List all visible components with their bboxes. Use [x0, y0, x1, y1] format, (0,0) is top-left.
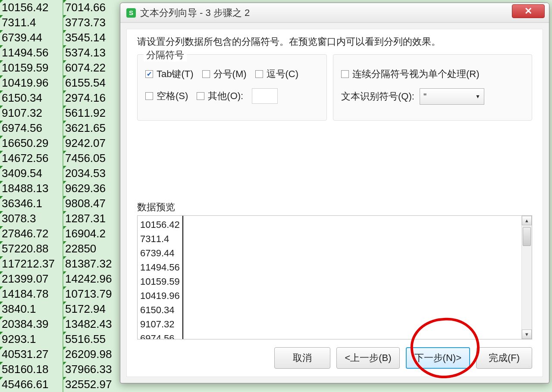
sheet-cell[interactable]: 14242.96	[63, 271, 125, 286]
sheet-cell[interactable]: 1287.31	[63, 211, 125, 226]
sheet-cell[interactable]: 6155.54	[63, 75, 125, 90]
preview-row: 10419.96	[140, 289, 180, 303]
sheet-cell[interactable]: 58160.18	[0, 362, 63, 377]
back-button[interactable]: <上一步(B)	[336, 347, 399, 369]
dialog-body: 请设置分列数据所包含的分隔符号。在预览窗口内可以看到分列的效果。 分隔符号 ✔ …	[126, 29, 543, 377]
sheet-cell[interactable]: 18488.13	[0, 181, 63, 196]
scroll-thumb[interactable]	[523, 227, 531, 246]
sheet-cell[interactable]: 117212.37	[0, 256, 63, 271]
sheet-cell[interactable]: 9808.47	[63, 196, 125, 211]
finish-button[interactable]: 完成(F)	[476, 347, 532, 369]
preview-row: 6739.44	[140, 246, 180, 260]
sheet-cell[interactable]: 7014.66	[63, 0, 125, 15]
sheet-cell[interactable]: 5516.55	[63, 332, 125, 347]
sheet-cell[interactable]: 10713.79	[63, 286, 125, 302]
cancel-button[interactable]: 取消	[274, 347, 330, 369]
text-to-columns-dialog: S 文本分列向导 - 3 步骤之 2 ✕ 请设置分列数据所包含的分隔符号。在预览…	[120, 3, 549, 383]
sheet-cell[interactable]: 20384.39	[0, 317, 63, 332]
sheet-cell[interactable]: 3621.65	[63, 121, 125, 136]
sheet-cell[interactable]: 45466.61	[0, 377, 63, 392]
sheet-cell[interactable]: 9629.36	[63, 181, 125, 196]
sheet-cell[interactable]: 6074.22	[63, 60, 125, 75]
scroll-up-icon[interactable]: ▲	[522, 216, 532, 225]
sheet-cell[interactable]: 26209.98	[63, 347, 125, 362]
close-button[interactable]: ✕	[512, 4, 545, 18]
preview-row: 10159.59	[140, 274, 180, 289]
sheet-cell[interactable]: 10419.96	[0, 75, 63, 90]
checkbox-box	[197, 92, 204, 100]
sheet-cell[interactable]: 22850	[63, 241, 125, 256]
sheet-cell[interactable]: 3078.3	[0, 211, 63, 226]
preview-section: 数据预览 10156.427311.46739.4411494.5610159.…	[137, 201, 532, 339]
sheet-cell[interactable]: 6739.44	[0, 30, 63, 45]
sheet-cell[interactable]: 3773.73	[63, 15, 125, 30]
sheet-cell[interactable]: 21399.07	[0, 271, 63, 286]
sheet-cell[interactable]: 10159.59	[0, 60, 63, 75]
sheet-cell[interactable]: 81387.32	[63, 256, 125, 271]
preview-row: 11494.56	[140, 260, 180, 274]
checkbox-space[interactable]: 空格(S)	[145, 90, 188, 103]
sheet-cell[interactable]: 10156.42	[0, 0, 63, 15]
next-button[interactable]: 下一步(N)>	[406, 347, 470, 369]
preview-column: 10156.427311.46739.4411494.5610159.59104…	[138, 216, 183, 339]
sheet-cell[interactable]: 5374.13	[63, 45, 125, 60]
checkbox-semicolon[interactable]: 分号(M)	[202, 68, 247, 81]
sheet-cell[interactable]: 2974.16	[63, 90, 125, 106]
app-icon: S	[126, 8, 136, 18]
close-icon: ✕	[524, 6, 532, 17]
sheet-cell[interactable]: 11494.56	[0, 45, 63, 60]
sheet-cell[interactable]: 40531.27	[0, 347, 63, 362]
checkbox-box	[255, 70, 263, 78]
sheet-cell[interactable]: 32552.97	[63, 377, 125, 392]
checkbox-box	[145, 92, 153, 100]
checkbox-label: 逗号(C)	[267, 68, 299, 81]
sheet-cell[interactable]: 13482.43	[63, 317, 125, 332]
sheet-cell[interactable]: 7311.4	[0, 15, 63, 30]
titlebar: S 文本分列向导 - 3 步骤之 2 ✕	[120, 3, 549, 23]
sheet-cell[interactable]: 14672.56	[0, 151, 63, 166]
checkbox-label: Tab键(T)	[157, 68, 194, 81]
sheet-cell[interactable]: 9293.1	[0, 332, 63, 347]
chevron-down-icon: ▼	[475, 93, 480, 100]
checkbox-other[interactable]: 其他(O):	[197, 90, 243, 103]
preview-row: 9107.32	[140, 317, 180, 331]
sheet-cell[interactable]: 36346.1	[0, 196, 63, 211]
text-qualifier-combo[interactable]: " ▼	[420, 88, 484, 105]
qualifier-group: 连续分隔符号视为单个处理(R) 文本识别符号(Q): " ▼	[333, 54, 532, 121]
checkbox-tab[interactable]: ✔ Tab键(T)	[145, 68, 194, 81]
sheet-cell[interactable]: 16650.29	[0, 136, 63, 151]
checkbox-label: 空格(S)	[157, 90, 188, 103]
sheet-cell[interactable]: 3409.54	[0, 166, 63, 181]
sheet-cell[interactable]: 2034.53	[63, 166, 125, 181]
other-delimiter-input[interactable]	[252, 88, 278, 104]
sheet-cell[interactable]: 9107.32	[0, 106, 63, 121]
sheet-cell[interactable]: 6974.56	[0, 121, 63, 136]
sheet-cell[interactable]: 3840.1	[0, 302, 63, 317]
text-qualifier-label: 文本识别符号(Q):	[341, 90, 414, 103]
sheet-cell[interactable]: 14184.78	[0, 286, 63, 302]
sheet-cell[interactable]: 37966.33	[63, 362, 125, 377]
sheet-cell[interactable]: 3545.14	[63, 30, 125, 45]
preview-row: 7311.4	[140, 232, 180, 246]
delimiter-group-title: 分隔符号	[144, 49, 187, 62]
checkbox-treat-consecutive[interactable]: 连续分隔符号视为单个处理(R)	[341, 68, 480, 81]
sheet-cell[interactable]: 5611.92	[63, 106, 125, 121]
sheet-cell[interactable]: 57220.88	[0, 241, 63, 256]
checkbox-comma[interactable]: 逗号(C)	[255, 68, 299, 81]
preview-scrollbar[interactable]: ▲ ▼	[521, 216, 532, 339]
dialog-title: 文本分列向导 - 3 步骤之 2	[140, 6, 512, 19]
options-row: 分隔符号 ✔ Tab键(T) 分号(M) 逗号(C)	[137, 54, 532, 121]
scroll-down-icon[interactable]: ▼	[522, 330, 532, 339]
checkbox-label: 连续分隔符号视为单个处理(R)	[352, 68, 480, 81]
sheet-cell[interactable]: 9242.07	[63, 136, 125, 151]
sheet-cell[interactable]: 7456.05	[63, 151, 125, 166]
sheet-cell[interactable]: 27846.72	[0, 226, 63, 241]
sheet-cell[interactable]: 16904.2	[63, 226, 125, 241]
sheet-cell[interactable]: 5172.94	[63, 302, 125, 317]
combo-value: "	[423, 92, 427, 102]
preview-row: 10156.42	[140, 218, 180, 232]
delimiter-group: 分隔符号 ✔ Tab键(T) 分号(M) 逗号(C)	[137, 54, 327, 121]
sheet-cell[interactable]: 6150.34	[0, 90, 63, 106]
preview-box: 10156.427311.46739.4411494.5610159.59104…	[137, 215, 532, 339]
checkbox-box	[202, 70, 210, 78]
